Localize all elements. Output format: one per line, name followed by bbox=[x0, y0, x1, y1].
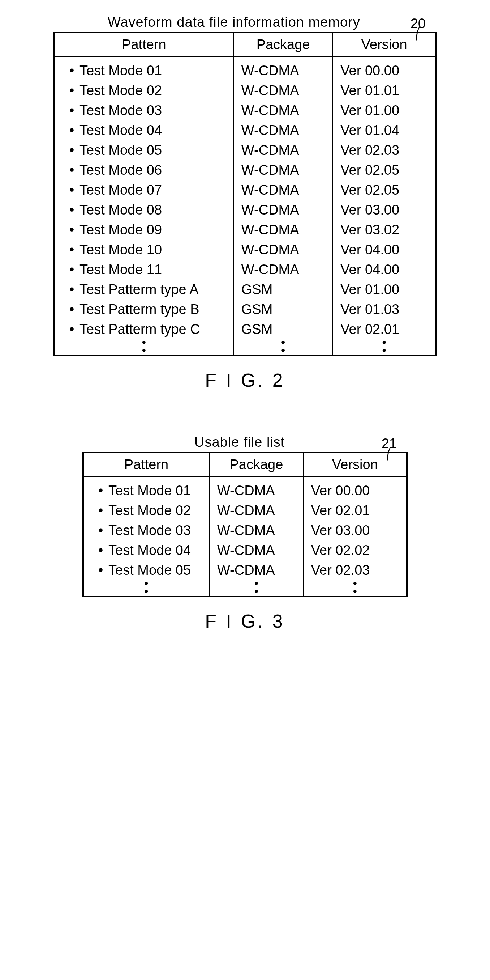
pattern-text: Test Mode 03 bbox=[79, 103, 162, 118]
pattern-text: Test Patterm type B bbox=[79, 302, 200, 317]
ellipsis-row: ••• bbox=[54, 347, 436, 356]
version-cell: Ver 03.02 bbox=[333, 220, 436, 240]
version-cell: Ver 02.01 bbox=[303, 501, 407, 520]
ellipsis-icon: • bbox=[303, 588, 407, 597]
package-cell: W-CDMA bbox=[209, 477, 303, 501]
bullet-icon: • bbox=[70, 282, 79, 298]
package-cell: GSM bbox=[233, 280, 333, 299]
pattern-cell: •Test Mode 08 bbox=[54, 200, 233, 220]
pattern-text: Test Mode 02 bbox=[79, 83, 162, 98]
pattern-text: Test Mode 05 bbox=[79, 143, 162, 158]
fig2-caption: F I G. 2 bbox=[54, 369, 436, 391]
package-cell: W-CDMA bbox=[209, 501, 303, 520]
package-cell: W-CDMA bbox=[233, 240, 333, 260]
fig3-table: Pattern Package Version •Test Mode 01W-C… bbox=[82, 452, 408, 597]
pattern-text: Test Mode 03 bbox=[108, 523, 191, 538]
table-row: •Test Patterm type AGSMVer 01.00 bbox=[54, 280, 436, 299]
bullet-icon: • bbox=[70, 63, 79, 78]
ellipsis-icon: • bbox=[209, 588, 303, 597]
pattern-cell: •Test Patterm type B bbox=[54, 299, 233, 320]
table-row: •Test Patterm type BGSMVer 01.03 bbox=[54, 299, 436, 320]
version-cell: Ver 02.05 bbox=[333, 180, 436, 200]
pattern-text: Test Mode 05 bbox=[108, 563, 191, 578]
pattern-text: Test Patterm type A bbox=[79, 282, 198, 297]
bullet-icon: • bbox=[98, 542, 108, 558]
pattern-text: Test Mode 01 bbox=[79, 63, 162, 78]
table-row: •Test Mode 05W-CDMAVer 02.03 bbox=[54, 140, 436, 160]
bullet-icon: • bbox=[70, 123, 79, 138]
bullet-icon: • bbox=[70, 302, 79, 317]
pattern-text: Test Mode 04 bbox=[79, 123, 162, 138]
ellipsis-row: ••• bbox=[54, 339, 436, 347]
ellipsis-icon: • bbox=[83, 588, 209, 597]
version-cell: Ver 02.03 bbox=[333, 140, 436, 160]
pattern-cell: •Test Mode 01 bbox=[54, 57, 233, 81]
pattern-text: Test Mode 02 bbox=[108, 503, 191, 518]
version-cell: Ver 03.00 bbox=[333, 200, 436, 220]
pattern-cell: •Test Mode 02 bbox=[83, 501, 209, 520]
pattern-text: Test Mode 09 bbox=[79, 222, 162, 237]
table-row: •Test Mode 06W-CDMAVer 02.05 bbox=[54, 160, 436, 180]
pattern-text: Test Mode 07 bbox=[79, 182, 162, 197]
ellipsis-icon: • bbox=[333, 347, 436, 356]
package-cell: W-CDMA bbox=[233, 200, 333, 220]
version-cell: Ver 01.00 bbox=[333, 280, 436, 299]
pattern-cell: •Test Mode 07 bbox=[54, 180, 233, 200]
fig3-header-row: Pattern Package Version bbox=[83, 453, 407, 477]
pattern-cell: •Test Mode 03 bbox=[54, 100, 233, 121]
pattern-text: Test Mode 11 bbox=[79, 262, 162, 277]
package-cell: W-CDMA bbox=[233, 81, 333, 100]
fig3-title: Usable file list bbox=[194, 434, 285, 450]
version-cell: Ver 02.05 bbox=[333, 160, 436, 180]
package-cell: W-CDMA bbox=[233, 57, 333, 81]
table-row: •Test Mode 09W-CDMAVer 03.02 bbox=[54, 220, 436, 240]
pattern-cell: •Test Patterm type A bbox=[54, 280, 233, 299]
table-row: •Test Mode 02W-CDMAVer 02.01 bbox=[83, 501, 407, 520]
bullet-icon: • bbox=[70, 103, 79, 118]
package-cell: W-CDMA bbox=[233, 260, 333, 280]
table-row: •Test Mode 01W-CDMAVer 00.00 bbox=[54, 57, 436, 81]
pattern-cell: •Test Mode 01 bbox=[83, 477, 209, 501]
table-row: •Test Mode 03W-CDMAVer 03.00 bbox=[83, 520, 407, 541]
package-cell: W-CDMA bbox=[209, 520, 303, 541]
fig3-header-version: Version bbox=[303, 453, 407, 477]
bullet-icon: • bbox=[70, 262, 79, 277]
fig3-header-package: Package bbox=[209, 453, 303, 477]
table-row: •Test Mode 07W-CDMAVer 02.05 bbox=[54, 180, 436, 200]
table-row: •Test Mode 04W-CDMAVer 02.02 bbox=[83, 541, 407, 560]
package-cell: W-CDMA bbox=[233, 140, 333, 160]
package-cell: W-CDMA bbox=[233, 220, 333, 240]
bullet-icon: • bbox=[98, 563, 108, 578]
pattern-cell: •Test Mode 03 bbox=[83, 520, 209, 541]
table-row: •Test Mode 05W-CDMAVer 02.03 bbox=[83, 560, 407, 580]
package-cell: W-CDMA bbox=[233, 100, 333, 121]
package-cell: W-CDMA bbox=[233, 121, 333, 140]
version-cell: Ver 01.00 bbox=[333, 100, 436, 121]
fig2-header-package: Package bbox=[233, 33, 333, 57]
table-row: •Test Mode 08W-CDMAVer 03.00 bbox=[54, 200, 436, 220]
table-row: •Test Mode 11W-CDMAVer 04.00 bbox=[54, 260, 436, 280]
bullet-icon: • bbox=[70, 162, 79, 178]
ellipsis-icon: • bbox=[233, 347, 333, 356]
version-cell: Ver 01.03 bbox=[333, 299, 436, 320]
table-row: •Test Mode 10W-CDMAVer 04.00 bbox=[54, 240, 436, 260]
bullet-icon: • bbox=[70, 202, 79, 218]
version-cell: Ver 04.00 bbox=[333, 260, 436, 280]
pattern-text: Test Patterm type C bbox=[79, 321, 200, 337]
version-cell: Ver 00.00 bbox=[303, 477, 407, 501]
fig3-header-pattern: Pattern bbox=[83, 453, 209, 477]
pattern-cell: •Test Mode 09 bbox=[54, 220, 233, 240]
version-cell: Ver 01.01 bbox=[333, 81, 436, 100]
bullet-icon: • bbox=[70, 242, 79, 258]
pattern-cell: •Test Mode 10 bbox=[54, 240, 233, 260]
table-row: •Test Mode 02W-CDMAVer 01.01 bbox=[54, 81, 436, 100]
bullet-icon: • bbox=[98, 523, 108, 538]
bullet-icon: • bbox=[70, 83, 79, 99]
pattern-text: Test Mode 06 bbox=[79, 162, 162, 178]
bullet-icon: • bbox=[98, 483, 108, 498]
bullet-icon: • bbox=[70, 143, 79, 158]
version-cell: Ver 00.00 bbox=[333, 57, 436, 81]
pattern-cell: •Test Mode 02 bbox=[54, 81, 233, 100]
pattern-cell: •Test Mode 11 bbox=[54, 260, 233, 280]
pattern-text: Test Mode 04 bbox=[108, 542, 191, 558]
